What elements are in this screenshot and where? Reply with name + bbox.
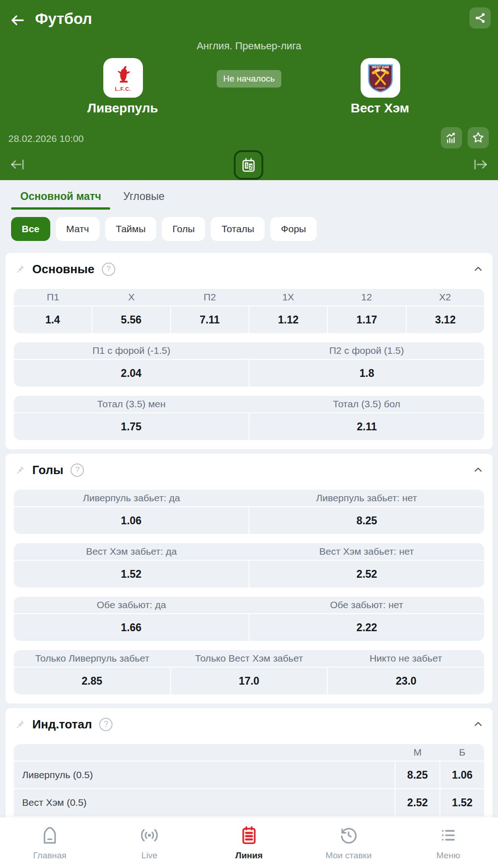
next-arrow-icon bbox=[471, 155, 489, 174]
nav-item-line[interactable]: Линия bbox=[199, 817, 299, 868]
odds-group-values: 1.52 2.52 bbox=[14, 561, 484, 587]
odds-cell-over[interactable]: 1.06 bbox=[440, 762, 484, 788]
prev-arrow-icon bbox=[9, 155, 27, 174]
odds-header-only-away: Только Вест Хэм забьет bbox=[171, 653, 327, 664]
stats-button[interactable] bbox=[441, 127, 462, 148]
odds-cell-home-scores-yes[interactable]: 1.06 bbox=[14, 507, 249, 534]
help-icon[interactable]: ? bbox=[71, 463, 84, 477]
section-header: Голы ? bbox=[14, 459, 484, 481]
nav-item-home[interactable]: Главная bbox=[0, 817, 100, 868]
odds-header-under: Тотал (3.5) мен bbox=[14, 399, 249, 410]
odds-cell-12[interactable]: 1.17 bbox=[328, 306, 405, 333]
odds-cell-away-scores-no[interactable]: 2.52 bbox=[249, 561, 484, 587]
chip-match[interactable]: Матч bbox=[56, 217, 100, 241]
chip-handicaps[interactable]: Форы bbox=[270, 217, 316, 241]
odds-cell-nobody[interactable]: 23.0 bbox=[328, 668, 484, 694]
odds-header-nobody: Никто не забьет bbox=[327, 653, 484, 664]
odds-group-both-score: Обе забьют: да Обе забьют: нет 1.66 2.22 bbox=[14, 597, 484, 641]
section-main-odds: Основные ? П1 X П2 1X 12 X2 1.4 5.56 7.1… bbox=[6, 253, 492, 449]
chip-goals[interactable]: Голы bbox=[162, 217, 206, 241]
nav-label: Главная bbox=[33, 850, 66, 861]
odds-group-1x2: П1 X П2 1X 12 X2 1.4 5.56 7.11 1.12 1.17… bbox=[14, 289, 484, 333]
odds-header-home-scores-no: Ливерпуль забьет: нет bbox=[249, 493, 484, 504]
odds-header-away-scores-no: Вест Хэм забьет: нет bbox=[249, 546, 484, 557]
odds-header-only-home: Только Ливерпуль забьет bbox=[14, 653, 171, 664]
chevron-up-icon[interactable] bbox=[472, 718, 484, 730]
odds-header-h2: П2 с форой (1.5) bbox=[249, 345, 484, 356]
westham-crest-icon: WEST HAM UNITED LONDON bbox=[367, 63, 394, 93]
home-team-name: Ливерпуль bbox=[49, 101, 196, 116]
nav-item-live[interactable]: Live bbox=[100, 817, 199, 868]
odds-cell-x[interactable]: 5.56 bbox=[92, 306, 170, 333]
odds-group-total: Тотал (3.5) мен Тотал (3.5) бол 1.75 2.1… bbox=[14, 396, 484, 440]
chevron-up-icon[interactable] bbox=[472, 263, 484, 275]
tab-corners[interactable]: Угловые bbox=[123, 190, 164, 210]
bottom-navigation: Главная Live Линия Мои ставки Меню bbox=[0, 817, 498, 868]
odds-cell-away-scores-yes[interactable]: 1.52 bbox=[14, 561, 249, 587]
row-label: Ливерпуль (0.5) bbox=[14, 762, 395, 788]
odds-group-headers: П1 X П2 1X 12 X2 bbox=[14, 289, 484, 305]
odds-cell-only-away[interactable]: 17.0 bbox=[171, 668, 327, 694]
odds-group-values: 1.4 5.56 7.11 1.12 1.17 3.12 bbox=[14, 306, 484, 333]
odds-group-only-scores: Только Ливерпуль забьет Только Вест Хэм … bbox=[14, 650, 484, 694]
nav-item-menu[interactable]: Меню bbox=[398, 817, 498, 868]
section-title: Голы bbox=[32, 463, 63, 477]
share-button[interactable] bbox=[469, 7, 491, 29]
odds-group-headers: Тотал (3.5) мен Тотал (3.5) бол bbox=[14, 396, 484, 412]
scoreboard-icon: 1 2 bbox=[240, 156, 257, 174]
chip-totals[interactable]: Тоталы bbox=[211, 217, 265, 241]
back-button[interactable] bbox=[7, 10, 28, 30]
nav-item-my-bets[interactable]: Мои ставки bbox=[299, 817, 398, 868]
market-tabs: Основной матч Угловые bbox=[0, 180, 498, 210]
odds-header-1x: 1X bbox=[249, 292, 327, 303]
section-title: Основные bbox=[32, 262, 95, 276]
odds-header-over: Тотал (3.5) бол bbox=[249, 399, 484, 410]
odds-group-home-scores: Ливерпуль забьет: да Ливерпуль забьет: н… bbox=[14, 490, 484, 534]
odds-cell-over[interactable]: 1.52 bbox=[440, 789, 484, 816]
chip-halves[interactable]: Таймы bbox=[105, 217, 156, 241]
odds-cell-both-yes[interactable]: 1.66 bbox=[14, 614, 249, 641]
help-icon[interactable]: ? bbox=[102, 263, 115, 276]
odds-header-home-scores-yes: Ливерпуль забьет: да bbox=[14, 493, 249, 504]
pin-icon[interactable] bbox=[14, 719, 26, 730]
odds-cell-h2[interactable]: 1.8 bbox=[249, 360, 484, 387]
away-team-logo: WEST HAM UNITED LONDON bbox=[361, 58, 400, 98]
odds-cell-under[interactable]: 2.52 bbox=[396, 789, 439, 816]
liverpool-crest-text: L.F.C. bbox=[115, 86, 131, 92]
odds-cell-p2[interactable]: 7.11 bbox=[171, 306, 249, 333]
pin-icon[interactable] bbox=[14, 264, 26, 275]
odds-group-away-scores: Вест Хэм забьет: да Вест Хэм забьет: нет… bbox=[14, 543, 484, 587]
odds-cell-under[interactable]: 8.25 bbox=[396, 762, 439, 788]
tab-main-match[interactable]: Основной матч bbox=[20, 190, 101, 210]
odds-header-away-scores-yes: Вест Хэм забьет: да bbox=[14, 546, 249, 557]
chip-all[interactable]: Все bbox=[11, 217, 50, 241]
odds-cell-1x[interactable]: 1.12 bbox=[249, 306, 327, 333]
odds-cell-both-no[interactable]: 2.22 bbox=[249, 614, 484, 641]
next-match-button[interactable] bbox=[469, 154, 491, 175]
odds-cell-under[interactable]: 1.75 bbox=[14, 413, 249, 440]
column-header-over: Б bbox=[440, 747, 484, 758]
chevron-up-icon[interactable] bbox=[472, 464, 484, 476]
section-header: Инд.тотал ? bbox=[14, 714, 484, 735]
liverpool-crest-icon bbox=[112, 65, 134, 86]
odds-header-x: X bbox=[92, 292, 171, 303]
odds-cell-h1[interactable]: 2.04 bbox=[14, 360, 249, 387]
odds-group-values: 2.04 1.8 bbox=[14, 360, 484, 387]
odds-cell-only-home[interactable]: 2.85 bbox=[14, 668, 170, 694]
odds-header-both-yes: Обе забьют: да bbox=[14, 599, 249, 610]
favorite-button[interactable] bbox=[468, 127, 489, 148]
odds-group-handicap: П1 с форой (-1.5) П2 с форой (1.5) 2.04 … bbox=[14, 342, 484, 387]
prev-match-button[interactable] bbox=[7, 154, 29, 175]
odds-cell-over[interactable]: 2.11 bbox=[249, 413, 484, 440]
ind-total-table-header: М Б bbox=[14, 744, 484, 761]
odds-cell-x2[interactable]: 3.12 bbox=[407, 306, 484, 333]
odds-cell-p1[interactable]: 1.4 bbox=[14, 306, 91, 333]
column-header-under: М bbox=[396, 747, 439, 758]
westham-crest-line3: LONDON bbox=[375, 87, 385, 89]
pin-icon[interactable] bbox=[14, 464, 26, 476]
odds-header-p2: П2 bbox=[171, 292, 249, 303]
table-row: Вест Хэм (0.5) 2.52 1.52 bbox=[14, 789, 484, 816]
odds-cell-home-scores-no[interactable]: 8.25 bbox=[249, 507, 484, 534]
scoreboard-button[interactable]: 1 2 bbox=[234, 150, 263, 180]
help-icon[interactable]: ? bbox=[99, 718, 113, 731]
